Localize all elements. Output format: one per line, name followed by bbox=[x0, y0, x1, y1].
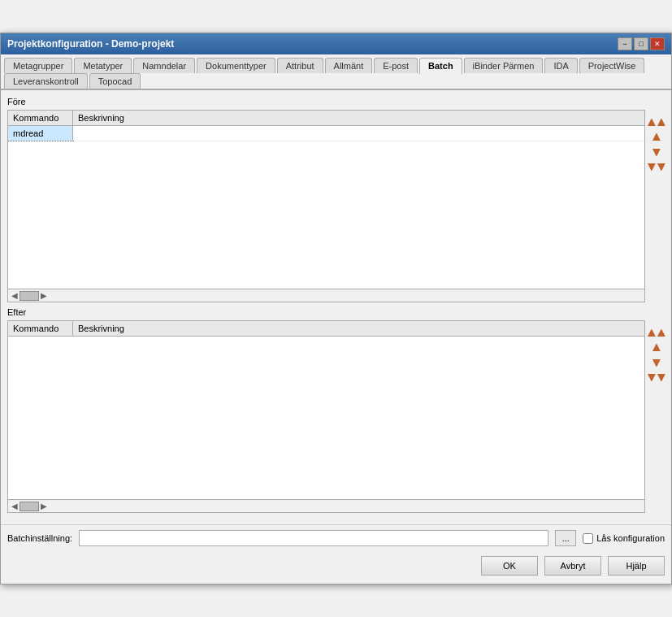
efter-scroll-right-icon[interactable]: ▶ bbox=[41, 502, 47, 511]
tab-metatyper[interactable]: Metatyper bbox=[74, 58, 132, 73]
content-area: Före Kommando Beskrivning mdread bbox=[1, 90, 671, 524]
tab-attribut[interactable]: Attribut bbox=[277, 58, 323, 73]
help-button[interactable]: Hjälp bbox=[608, 556, 665, 576]
tab-dokumenttyper[interactable]: Dokumenttyper bbox=[197, 58, 275, 73]
bottom-bar: Batchinställning: ... Lås konfiguration bbox=[1, 524, 671, 551]
efter-move-down-button[interactable]: ⯆ bbox=[648, 356, 665, 369]
efter-move-top-button[interactable]: ⯅⯅ bbox=[648, 327, 665, 340]
efter-row: Kommando Beskrivning ◀ ▶ ⯅⯅ ⯅ bbox=[7, 320, 665, 513]
lock-checkbox[interactable] bbox=[583, 533, 593, 544]
footer-buttons: OK Avbryt Hjälp bbox=[1, 551, 671, 584]
fore-side-arrows: ⯅⯅ ⯅ ⯆ ⯆⯆ bbox=[648, 110, 665, 302]
title-bar-buttons: − □ ✕ bbox=[618, 37, 665, 50]
tab-metagrupper[interactable]: Metagrupper bbox=[4, 58, 72, 73]
ok-button[interactable]: OK bbox=[481, 556, 538, 576]
efter-col-beskrivning-header: Beskrivning bbox=[73, 321, 644, 336]
fore-table-wrapper: Kommando Beskrivning mdread ◀ bbox=[7, 110, 645, 302]
minimize-button[interactable]: − bbox=[618, 37, 632, 50]
window-title: Projektkonfiguration - Demo-projekt bbox=[7, 38, 174, 50]
tab-batch[interactable]: Batch bbox=[419, 58, 462, 75]
tab-ibinder[interactable]: iBinder Pärmen bbox=[464, 58, 544, 73]
efter-scrollbar-h[interactable]: ◀ ▶ bbox=[8, 499, 644, 512]
tabs-row: Metagrupper Metatyper Namndelar Dokument… bbox=[1, 54, 671, 90]
fore-table-body: mdread bbox=[8, 126, 644, 289]
fore-scroll-thumb[interactable] bbox=[20, 291, 39, 301]
fore-move-down-button[interactable]: ⯆ bbox=[648, 146, 665, 159]
fore-kommando-cell[interactable]: mdread bbox=[8, 126, 73, 141]
efter-scroll-thumb[interactable] bbox=[20, 502, 39, 511]
fore-col-beskrivning-header: Beskrivning bbox=[73, 111, 644, 125]
browse-button[interactable]: ... bbox=[555, 530, 576, 546]
tab-epost[interactable]: E-post bbox=[374, 58, 418, 73]
fore-row: Kommando Beskrivning mdread ◀ bbox=[7, 110, 665, 302]
fore-section: Före Kommando Beskrivning mdread bbox=[7, 97, 665, 302]
efter-table-header: Kommando Beskrivning bbox=[8, 321, 644, 337]
tab-leveranskontroll[interactable]: Leveranskontroll bbox=[4, 73, 88, 89]
efter-move-bottom-button[interactable]: ⯆⯆ bbox=[648, 371, 665, 384]
efter-move-up-button[interactable]: ⯅ bbox=[648, 341, 665, 354]
main-window: Projektkonfiguration - Demo-projekt − □ … bbox=[0, 33, 672, 584]
fore-move-bottom-button[interactable]: ⯆⯆ bbox=[648, 160, 665, 173]
tab-ida[interactable]: IDA bbox=[544, 58, 577, 73]
batch-label: Batchinställning: bbox=[7, 533, 72, 543]
efter-table-wrapper: Kommando Beskrivning ◀ ▶ bbox=[7, 320, 645, 513]
close-button[interactable]: ✕ bbox=[650, 37, 665, 50]
fore-table: Kommando Beskrivning mdread ◀ bbox=[7, 110, 645, 302]
maximize-button[interactable]: □ bbox=[634, 37, 648, 50]
fore-move-top-button[interactable]: ⯅⯅ bbox=[648, 116, 665, 129]
batch-input[interactable] bbox=[79, 530, 548, 546]
fore-label: Före bbox=[7, 97, 665, 106]
title-bar: Projektkonfiguration - Demo-projekt − □ … bbox=[1, 33, 671, 54]
efter-side-arrows: ⯅⯅ ⯅ ⯆ ⯆⯆ bbox=[648, 320, 665, 513]
fore-move-up-button[interactable]: ⯅ bbox=[648, 131, 665, 144]
table-row[interactable]: mdread bbox=[8, 126, 644, 141]
tab-namndelar[interactable]: Namndelar bbox=[133, 58, 195, 73]
efter-label: Efter bbox=[7, 307, 665, 317]
tab-allmant[interactable]: Allmänt bbox=[325, 58, 373, 73]
fore-beskrivning-cell[interactable] bbox=[73, 126, 644, 141]
efter-scroll-left-icon[interactable]: ◀ bbox=[11, 502, 18, 511]
efter-table: Kommando Beskrivning ◀ ▶ bbox=[7, 320, 645, 513]
fore-col-kommando-header: Kommando bbox=[8, 111, 73, 125]
tab-topocad[interactable]: Topocad bbox=[89, 73, 141, 89]
cancel-button[interactable]: Avbryt bbox=[544, 556, 601, 576]
tab-projectwise[interactable]: ProjectWise bbox=[579, 58, 645, 73]
fore-table-header: Kommando Beskrivning bbox=[8, 111, 644, 126]
fore-scroll-left-icon[interactable]: ◀ bbox=[11, 291, 18, 300]
lock-checkbox-row: Lås konfiguration bbox=[583, 533, 665, 544]
efter-section: Efter Kommando Beskrivning ◀ ▶ bbox=[7, 307, 665, 513]
efter-table-body bbox=[8, 337, 644, 499]
lock-label: Lås konfiguration bbox=[596, 533, 665, 543]
efter-col-kommando-header: Kommando bbox=[8, 321, 73, 336]
fore-scrollbar-h[interactable]: ◀ ▶ bbox=[8, 289, 644, 302]
fore-scroll-right-icon[interactable]: ▶ bbox=[41, 291, 47, 300]
